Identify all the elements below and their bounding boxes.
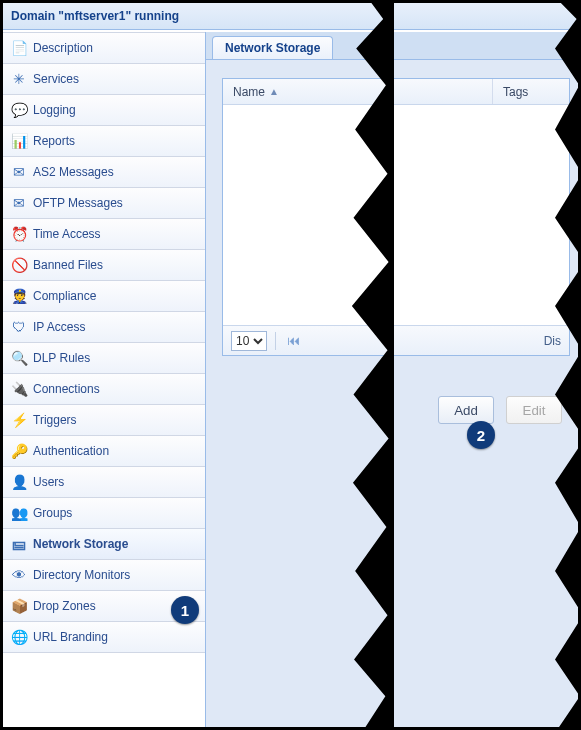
directory-monitors-icon: 👁 bbox=[11, 567, 27, 583]
sort-asc-icon: ▲ bbox=[269, 86, 279, 97]
grid-footer: 10 ⏮ Dis bbox=[223, 325, 569, 355]
sidebar-item-label: URL Branding bbox=[33, 630, 108, 644]
sidebar-item-label: Compliance bbox=[33, 289, 96, 303]
sidebar-item-label: Time Access bbox=[33, 227, 101, 241]
sidebar-item-description[interactable]: 📄Description bbox=[3, 32, 205, 64]
services-icon: ✳ bbox=[11, 71, 27, 87]
sidebar-item-oftp-messages[interactable]: ✉OFTP Messages bbox=[3, 187, 205, 219]
column-header-tags[interactable]: Tags bbox=[493, 79, 569, 104]
app-frame: Domain "mftserver1" running 📄Description… bbox=[0, 0, 581, 730]
time-access-icon: ⏰ bbox=[11, 226, 27, 242]
drop-zones-icon: 📦 bbox=[11, 598, 27, 614]
as2-messages-icon: ✉ bbox=[11, 164, 27, 180]
sidebar-item-label: Directory Monitors bbox=[33, 568, 130, 582]
sidebar-item-groups[interactable]: 👥Groups bbox=[3, 497, 205, 529]
callout-2-label: 2 bbox=[477, 427, 485, 444]
sidebar-item-label: Services bbox=[33, 72, 79, 86]
groups-icon: 👥 bbox=[11, 505, 27, 521]
sidebar-item-dlp-rules[interactable]: 🔍DLP Rules bbox=[3, 342, 205, 374]
sidebar-item-users[interactable]: 👤Users bbox=[3, 466, 205, 498]
sidebar-item-label: Network Storage bbox=[33, 537, 128, 551]
sidebar-item-label: IP Access bbox=[33, 320, 85, 334]
sidebar-item-connections[interactable]: 🔌Connections bbox=[3, 373, 205, 405]
callout-1: 1 bbox=[171, 596, 199, 624]
sidebar-item-label: Authentication bbox=[33, 444, 109, 458]
ip-access-icon: 🛡 bbox=[11, 319, 27, 335]
sidebar-item-label: Banned Files bbox=[33, 258, 103, 272]
add-button[interactable]: Add bbox=[438, 396, 494, 424]
toolbar-separator bbox=[275, 332, 276, 350]
users-icon: 👤 bbox=[11, 474, 27, 490]
sidebar-item-ip-access[interactable]: 🛡IP Access bbox=[3, 311, 205, 343]
domain-header: Domain "mftserver1" running bbox=[3, 3, 578, 30]
sidebar-item-label: Drop Zones bbox=[33, 599, 96, 613]
data-grid: Name ▲ Tags 10 ⏮ bbox=[222, 78, 570, 356]
sidebar-item-reports[interactable]: 📊Reports bbox=[3, 125, 205, 157]
sidebar: 📄Description✳Services💬Logging📊Reports✉AS… bbox=[3, 32, 206, 727]
tab-label: Network Storage bbox=[225, 41, 320, 55]
tab-network-storage[interactable]: Network Storage bbox=[212, 36, 333, 59]
sidebar-item-banned-files[interactable]: 🚫Banned Files bbox=[3, 249, 205, 281]
column-header-name[interactable]: Name ▲ bbox=[223, 79, 493, 104]
page-first-button[interactable]: ⏮ bbox=[284, 332, 302, 350]
sidebar-item-label: Description bbox=[33, 41, 93, 55]
oftp-messages-icon: ✉ bbox=[11, 195, 27, 211]
sidebar-item-label: Logging bbox=[33, 103, 76, 117]
compliance-icon: 👮 bbox=[11, 288, 27, 304]
connections-icon: 🔌 bbox=[11, 381, 27, 397]
authentication-icon: 🔑 bbox=[11, 443, 27, 459]
edit-button[interactable]: Edit bbox=[506, 396, 562, 424]
page-first-icon: ⏮ bbox=[287, 333, 300, 348]
sidebar-item-label: Users bbox=[33, 475, 64, 489]
network-storage-icon: 🖴 bbox=[11, 536, 27, 552]
column-header-tags-label: Tags bbox=[503, 85, 528, 99]
action-row: Add Edit bbox=[222, 356, 570, 424]
column-header-name-label: Name bbox=[233, 85, 265, 99]
sidebar-item-label: Connections bbox=[33, 382, 100, 396]
sidebar-item-compliance[interactable]: 👮Compliance bbox=[3, 280, 205, 312]
reports-icon: 📊 bbox=[11, 133, 27, 149]
sidebar-item-network-storage[interactable]: 🖴Network Storage bbox=[3, 528, 205, 560]
sidebar-item-url-branding[interactable]: 🌐URL Branding bbox=[3, 621, 205, 653]
callout-1-label: 1 bbox=[181, 602, 189, 619]
sidebar-item-label: Triggers bbox=[33, 413, 77, 427]
sidebar-item-authentication[interactable]: 🔑Authentication bbox=[3, 435, 205, 467]
logging-icon: 💬 bbox=[11, 102, 27, 118]
sidebar-item-logging[interactable]: 💬Logging bbox=[3, 94, 205, 126]
domain-title: Domain "mftserver1" running bbox=[11, 9, 179, 23]
dlp-rules-icon: 🔍 bbox=[11, 350, 27, 366]
app-body: 📄Description✳Services💬Logging📊Reports✉AS… bbox=[3, 32, 578, 727]
grid-status-text: Dis bbox=[544, 334, 561, 348]
sidebar-item-as2-messages[interactable]: ✉AS2 Messages bbox=[3, 156, 205, 188]
callout-2: 2 bbox=[467, 421, 495, 449]
banned-files-icon: 🚫 bbox=[11, 257, 27, 273]
sidebar-item-label: AS2 Messages bbox=[33, 165, 114, 179]
triggers-icon: ⚡ bbox=[11, 412, 27, 428]
sidebar-item-triggers[interactable]: ⚡Triggers bbox=[3, 404, 205, 436]
url-branding-icon: 🌐 bbox=[11, 629, 27, 645]
sidebar-item-label: OFTP Messages bbox=[33, 196, 123, 210]
sidebar-item-label: Groups bbox=[33, 506, 72, 520]
sidebar-item-label: Reports bbox=[33, 134, 75, 148]
page-size-select[interactable]: 10 bbox=[231, 331, 267, 351]
grid-body-empty bbox=[223, 105, 569, 325]
sidebar-item-label: DLP Rules bbox=[33, 351, 90, 365]
sidebar-item-services[interactable]: ✳Services bbox=[3, 63, 205, 95]
grid-header: Name ▲ Tags bbox=[223, 79, 569, 105]
description-icon: 📄 bbox=[11, 40, 27, 56]
sidebar-item-time-access[interactable]: ⏰Time Access bbox=[3, 218, 205, 250]
sidebar-item-directory-monitors[interactable]: 👁Directory Monitors bbox=[3, 559, 205, 591]
